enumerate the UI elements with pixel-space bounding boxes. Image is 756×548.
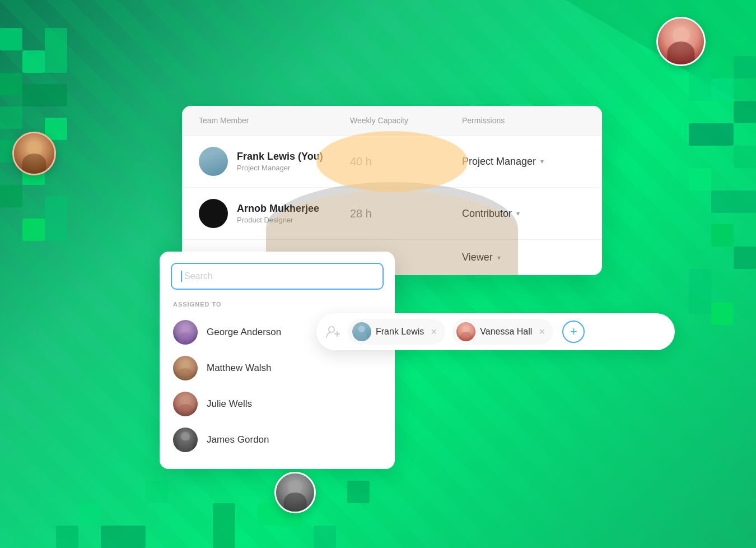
remove-frank-button[interactable]: ✕ xyxy=(431,327,437,336)
avatar-julie xyxy=(173,392,198,416)
floating-avatar-bottom xyxy=(274,472,316,513)
header-permissions: Permissions xyxy=(462,116,585,125)
member-name-george: George Anderson xyxy=(207,327,281,338)
assignee-bar: Frank Lewis ✕ Vanessa Hall ✕ + xyxy=(316,313,675,350)
member-name-frank: Frank Lewis (You) xyxy=(237,151,323,163)
member-name-james: James Gordon xyxy=(207,434,269,445)
assigned-label: ASSIGNED TO xyxy=(171,301,384,308)
avatar-george xyxy=(173,320,198,345)
svg-point-0 xyxy=(329,327,334,332)
assignee-pill-vanessa: Vanessa Hall ✕ xyxy=(452,319,553,345)
floating-avatar-top-right xyxy=(656,17,706,66)
remove-vanessa-button[interactable]: ✕ xyxy=(539,327,545,336)
header-member: Team Member xyxy=(199,116,350,125)
list-item[interactable]: Julie Wells xyxy=(171,386,384,422)
member-name-matthew: Matthew Walsh xyxy=(207,363,272,374)
avatar-frank xyxy=(199,147,228,176)
assign-icon xyxy=(325,324,341,340)
pill-avatar-frank xyxy=(352,322,371,341)
dropdown-arrow-frank[interactable]: ▾ xyxy=(540,157,544,165)
search-panel: Search ASSIGNED TO George Anderson xyxy=(160,252,395,469)
table-row: Arnob Mukherjee Product Designer 28 h Co… xyxy=(182,188,602,240)
pill-name-vanessa: Vanessa Hall xyxy=(480,327,532,337)
search-placeholder: Search xyxy=(184,271,213,281)
add-assignee-button[interactable]: + xyxy=(562,321,585,343)
list-item[interactable]: Matthew Walsh xyxy=(171,350,384,386)
avatar-matthew xyxy=(173,356,198,380)
pill-avatar-vanessa xyxy=(456,322,475,341)
member-role-frank: Project Manager xyxy=(237,164,323,172)
content-area: Team Member Weekly Capacity Permissions … xyxy=(0,0,756,548)
header-capacity: Weekly Capacity xyxy=(350,116,462,125)
member-name-julie: Julie Wells xyxy=(207,398,252,410)
dropdown-arrow-arnob[interactable]: ▾ xyxy=(516,210,520,217)
avatar-arnob xyxy=(199,199,228,228)
floating-avatar-left xyxy=(12,132,56,175)
assignee-pill-frank: Frank Lewis ✕ xyxy=(348,319,445,345)
permission-frank[interactable]: Project Manager ▾ xyxy=(462,156,585,168)
text-cursor xyxy=(181,271,182,282)
avatar-james xyxy=(173,428,198,452)
list-item[interactable]: James Gordon xyxy=(171,422,384,458)
pill-name-frank: Frank Lewis xyxy=(376,327,424,337)
search-input-wrapper[interactable]: Search xyxy=(171,263,384,290)
team-table-card: Team Member Weekly Capacity Permissions … xyxy=(182,106,602,275)
ui-container: Team Member Weekly Capacity Permissions … xyxy=(126,72,630,476)
member-details-frank: Frank Lewis (You) Project Manager xyxy=(237,151,323,173)
